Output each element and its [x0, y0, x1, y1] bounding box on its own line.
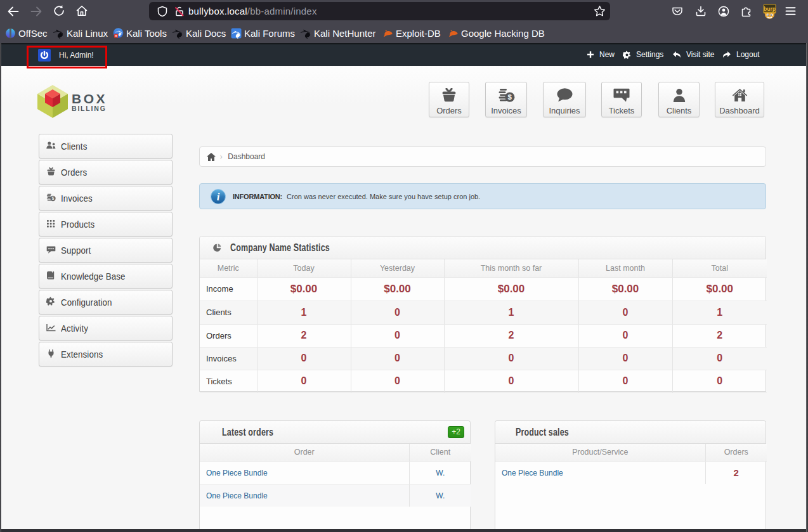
svg-text:i: i [217, 191, 220, 203]
svg-text:burp: burp [764, 6, 776, 12]
svg-text:n: n [115, 34, 117, 37]
svg-text:BILLING: BILLING [72, 105, 107, 112]
svg-text:BOX: BOX [72, 91, 107, 106]
svg-text:$: $ [507, 93, 512, 101]
svg-text:$: $ [51, 196, 54, 201]
